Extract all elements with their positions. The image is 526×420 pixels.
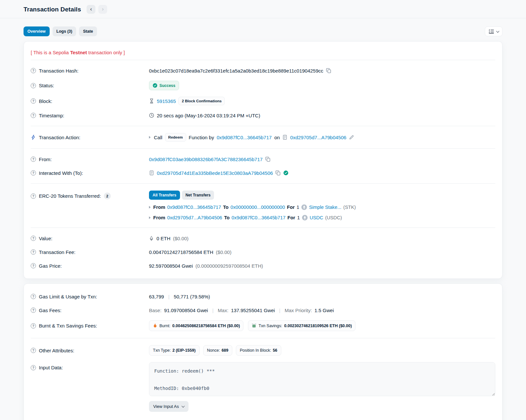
help-icon[interactable]: ? (31, 323, 36, 328)
help-icon[interactable]: ? (31, 236, 36, 241)
max-priority-value: 1.5 Gwei (315, 308, 334, 313)
transfer-to-link[interactable]: 0x9d087fC0...36645b717 (232, 215, 286, 220)
input-data-textarea[interactable]: Function: redeem() *** MethodID: 0xbe040… (149, 362, 495, 396)
copy-from-address-button[interactable] (265, 157, 271, 162)
token-symbol: (USDC) (325, 215, 342, 220)
warning-text-suffix: transaction only ] (87, 50, 125, 55)
nonce-value: 689 (222, 348, 228, 353)
block-number-link[interactable]: 5915365 (157, 98, 176, 104)
action-method-badge: Redeem (165, 133, 186, 142)
help-icon[interactable]: ? (31, 263, 36, 268)
previous-transaction-button[interactable]: ‹ (87, 5, 95, 14)
copy-icon (326, 68, 331, 73)
transfer-for-word: For (288, 215, 295, 220)
txn-type-badge: Txn Type: 2 (EIP-1559) (149, 345, 200, 356)
transfer-to-word: To (224, 215, 230, 220)
timestamp-value: 20 secs ago (May-16-2024 03:19:24 PM +UT… (157, 113, 260, 118)
tab-overview[interactable]: Overview (24, 26, 50, 36)
transfer-list: From 0x9d087fC0...36645b717 To 0x0000000… (149, 204, 495, 221)
transfer-to-word: To (223, 205, 229, 210)
gas-limit-row: ?Gas Limit & Usage by Txn: 63,799 | 50,7… (31, 290, 495, 303)
block-row: ?Block: 5915365 2 Block Confirmations (31, 93, 495, 109)
transfer-amount: 1 (297, 215, 300, 220)
hourglass-icon (149, 98, 154, 104)
ethereum-icon (149, 236, 154, 241)
burnt-label: Burnt: (159, 324, 170, 328)
separator: | (277, 308, 282, 313)
status-badge-label: Success (159, 83, 175, 88)
help-icon[interactable]: ? (31, 249, 36, 255)
help-icon[interactable]: ? (31, 170, 36, 176)
fee-amount: 0.004701242718756584 ETH (149, 249, 213, 255)
transfer-to-link[interactable]: 0x00000000...000000000 (231, 205, 285, 210)
transfer-from-link[interactable]: 0xd29705d7...A79b04506 (167, 215, 222, 220)
help-icon[interactable]: ? (31, 157, 36, 162)
status-badge: Success (149, 81, 179, 90)
next-transaction-button[interactable]: › (98, 5, 107, 14)
view-input-as-button[interactable]: View Input As (149, 401, 189, 412)
transfer-for-word: For (287, 205, 295, 210)
max-fee-label: Max: (218, 308, 229, 313)
token-name-link[interactable]: USDC (310, 215, 323, 220)
divider (31, 227, 495, 228)
tab-logs[interactable]: Logs (3) (53, 26, 76, 36)
transaction-fee-row: ?Transaction Fee: 0.004701242718756584 E… (31, 245, 495, 259)
gas-limit-value: 63,799 (149, 294, 164, 299)
savings-value: 0.002302746218109526 ETH ($0.00) (284, 324, 352, 328)
overview-card: [ This is a Sepolia Testnet transaction … (24, 41, 502, 279)
row-label-text: From: (39, 157, 52, 162)
row-label-text: Input Data: (39, 365, 63, 370)
separator: | (167, 294, 171, 299)
burnt-fee-badge: Burnt: 0.004625086218756584 ETH ($0.00) (149, 320, 243, 331)
help-icon[interactable]: ? (31, 113, 36, 118)
details-card: ?Gas Limit & Usage by Txn: 63,799 | 50,7… (24, 283, 502, 420)
help-icon[interactable]: ? (31, 83, 36, 88)
warning-text: [ This is a Sepolia (31, 50, 70, 55)
all-transfers-tab[interactable]: All Transfers (149, 191, 180, 200)
gas-fees-row: ?Gas Fees: Base: 91.097008504 Gwei | Max… (31, 303, 495, 317)
separator: | (211, 308, 215, 313)
help-icon[interactable]: ? (31, 365, 36, 370)
net-transfers-tab[interactable]: Net Transfers (182, 191, 214, 200)
list-settings-icon (488, 29, 494, 34)
other-attributes-row: ?Other Attributes: Txn Type: 2 (EIP-1559… (31, 342, 495, 359)
action-contract-link[interactable]: 0xd29705d7...A79b04506 (290, 135, 346, 140)
from-address-link[interactable]: 0x9d087fC03ae39b088326b67fA3C788236645b7… (149, 157, 263, 162)
row-label-text: Gas Fees: (39, 308, 61, 313)
edit-action-note-button[interactable] (349, 135, 354, 140)
display-options-button[interactable] (485, 26, 502, 36)
token-symbol: (STK) (343, 205, 356, 210)
action-sender-link[interactable]: 0x9d087fC0...36645b717 (217, 135, 271, 140)
caret-right-icon (149, 136, 151, 139)
copy-hash-button[interactable] (326, 68, 331, 73)
copy-icon (265, 157, 271, 162)
max-priority-label: Max Priority: (285, 308, 312, 313)
caret-right-icon (149, 216, 151, 219)
help-icon[interactable]: ? (31, 294, 36, 299)
token-name-link[interactable]: Simple Stake... (309, 205, 341, 210)
help-icon[interactable]: ? (31, 68, 36, 73)
txn-type-value: 2 (EIP-1559) (173, 348, 196, 353)
help-icon[interactable]: ? (31, 308, 36, 313)
row-label-text: Transaction Action: (39, 135, 80, 140)
help-icon[interactable]: ? (31, 98, 36, 104)
transfer-from-link[interactable]: 0x9d087fC0...36645b717 (167, 205, 221, 210)
help-icon[interactable]: ? (31, 348, 36, 353)
help-icon[interactable]: ? (31, 193, 36, 199)
copy-to-address-button[interactable] (275, 170, 281, 176)
clock-icon (149, 113, 154, 118)
transfer-count-badge: 2 (104, 193, 111, 199)
erc20-transfers-row: ? ERC-20 Tokens Transferred: 2 All Trans… (31, 187, 495, 224)
tab-state[interactable]: State (79, 26, 97, 36)
action-call-text: Call (154, 135, 162, 140)
status-row: ?Status: Success (31, 77, 495, 93)
max-fee-value: 137.95255041 Gwei (231, 308, 275, 313)
money-wings-icon (252, 323, 256, 328)
row-label-text: Transaction Fee: (39, 249, 75, 255)
txn-savings-badge: Txn Savings: 0.002302746218109526 ETH ($… (248, 320, 355, 331)
base-fee-label: Base: (149, 308, 161, 313)
to-address-link[interactable]: 0xd29705d74d1Ea335bBede15E3c0803aA79b045… (157, 170, 273, 176)
position-label: Position In Block: (240, 348, 271, 353)
divider (31, 183, 495, 184)
contract-icon (149, 170, 154, 176)
